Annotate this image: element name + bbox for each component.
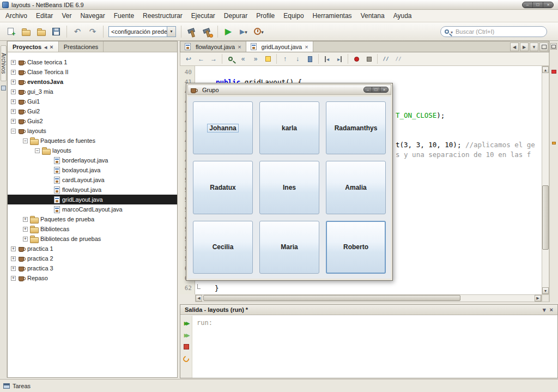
expand-icon[interactable]: [11, 246, 16, 251]
grid-button-radamanthys[interactable]: Radamanthys: [326, 101, 386, 154]
run-button[interactable]: [221, 25, 235, 39]
tasks-label[interactable]: Tareas: [13, 383, 31, 389]
search-input[interactable]: [454, 28, 543, 35]
tree-item-layouts-package[interactable]: layouts: [8, 146, 177, 155]
tree-item-paquetes-de-prueba[interactable]: Paquetes de prueba: [8, 214, 177, 224]
save-all-button[interactable]: [49, 25, 63, 39]
tree-item-practica-1[interactable]: practica 1: [8, 244, 177, 254]
debug-button[interactable]: [236, 25, 251, 39]
horizontal-scrollbar[interactable]: ◀ ▶: [195, 294, 542, 302]
chevron-down-icon[interactable]: [245, 28, 247, 35]
grid-button-ines[interactable]: Ines: [259, 161, 319, 214]
scroll-down-icon[interactable]: ▼: [542, 287, 549, 294]
grid-button-roberto[interactable]: Roberto: [326, 221, 386, 274]
redo-button[interactable]: [86, 25, 100, 39]
close-icon[interactable]: [380, 87, 388, 92]
menu-item-editar[interactable]: Editar: [32, 10, 57, 21]
horizontal-scrollbar-thumb[interactable]: [203, 295, 460, 301]
expand-icon[interactable]: [11, 109, 16, 114]
tree-item-guis2[interactable]: Guis2: [8, 116, 177, 126]
grid-button-amalia[interactable]: Amalia: [326, 161, 386, 214]
close-icon[interactable]: [238, 44, 241, 50]
tree-item-eventosjava[interactable]: eventosJava: [8, 77, 177, 87]
error-mark[interactable]: [551, 70, 556, 74]
menu-item-equipo[interactable]: Equipo: [279, 10, 308, 21]
tree-item-clase-teorica-1[interactable]: Clase teorica 1: [8, 57, 177, 67]
collapse-icon[interactable]: [35, 148, 40, 153]
menu-item-fuente[interactable]: Fuente: [110, 10, 138, 21]
tree-item-gui1[interactable]: Gui1: [8, 97, 177, 106]
expand-icon[interactable]: [23, 217, 28, 222]
title-bar[interactable]: layouts - NetBeans IDE 6.9: [0, 0, 558, 10]
shift-right-button[interactable]: ▸: [333, 53, 345, 64]
collapse-icon[interactable]: [11, 129, 16, 134]
tree-item-repaso[interactable]: Repaso: [8, 273, 177, 283]
close-icon[interactable]: [305, 44, 308, 50]
tree-item-flowlayout-java[interactable]: flowlayout.java: [8, 185, 177, 195]
scroll-up-icon[interactable]: ▲: [542, 67, 549, 73]
config-combobox[interactable]: <configuración prede...: [108, 26, 176, 37]
expand-icon[interactable]: [11, 60, 16, 65]
tab-prestaciones[interactable]: Prestaciones: [59, 41, 104, 52]
stop-macro-button[interactable]: [363, 53, 375, 64]
tree-item-practica-2[interactable]: practica 2: [8, 254, 177, 263]
grid-button-karla[interactable]: karla: [259, 101, 319, 154]
expand-icon[interactable]: [11, 99, 16, 104]
toggle-highlight-button[interactable]: [262, 53, 274, 64]
close-icon[interactable]: [550, 306, 553, 313]
tree-item-cardlayout-java[interactable]: cardLayout.java: [8, 175, 177, 185]
menu-item-ver[interactable]: Ver: [57, 10, 76, 21]
minimize-icon[interactable]: [364, 87, 372, 92]
tree-item-layouts-project[interactable]: layouts: [8, 126, 177, 136]
scroll-right-icon[interactable]: ▶: [535, 295, 541, 301]
tab-gridlayout-java[interactable]: gridLayout.java: [246, 41, 313, 52]
tree-item-boxlayout-java[interactable]: boxlayout.java: [8, 165, 177, 175]
shift-left-button[interactable]: ◂: [321, 53, 333, 64]
grid-button-radatux[interactable]: Radatux: [193, 161, 253, 214]
expand-icon[interactable]: [11, 119, 16, 124]
menu-item-archivo[interactable]: Archivo: [1, 10, 32, 21]
rerun-with-args-button[interactable]: [181, 330, 191, 340]
maximize-editor-icon[interactable]: [539, 43, 548, 51]
menu-item-ayuda[interactable]: Ayuda: [389, 10, 416, 21]
tab-proyectos[interactable]: Proyectos: [8, 41, 59, 52]
next-bookmark-button[interactable]: ↓: [292, 53, 304, 64]
menu-item-reestructurar[interactable]: Reestructurar: [138, 10, 187, 21]
tab-scroll-right-icon[interactable]: [520, 43, 529, 51]
previous-bookmark-button[interactable]: ↑: [279, 53, 291, 64]
new-file-button[interactable]: [3, 25, 17, 39]
tree-item-paquetes-de-fuentes[interactable]: Paquetes de fuentes: [8, 136, 177, 146]
files-vertical-tab[interactable]: Archivos: [1, 45, 7, 81]
toggle-bookmark-button[interactable]: [304, 53, 316, 64]
tree-item-marcocardlayout-java[interactable]: marcoCardLayout.java: [8, 204, 177, 214]
vertical-scrollbar[interactable]: ▲ ▼: [542, 66, 549, 294]
close-icon[interactable]: [50, 44, 53, 50]
next-occurrence-button[interactable]: »: [250, 53, 262, 64]
find-selection-button[interactable]: [225, 53, 236, 64]
grid-button-johanna[interactable]: Johanna: [193, 101, 253, 154]
chevron-down-icon[interactable]: [261, 28, 264, 35]
expand-icon[interactable]: [11, 276, 16, 281]
tree-item-gui2[interactable]: Gui2: [8, 106, 177, 116]
expand-icon[interactable]: [11, 80, 16, 85]
search-box[interactable]: [440, 26, 547, 37]
menu-item-ejecutar[interactable]: Ejecutar: [187, 10, 220, 21]
output-header[interactable]: Salida - layouts (run) *: [180, 305, 557, 315]
previous-occurrence-button[interactable]: «: [237, 53, 249, 64]
vertical-scrollbar-thumb[interactable]: [542, 185, 549, 250]
docked-window-icon[interactable]: [1, 86, 6, 91]
menu-item-navegar[interactable]: Navegar: [76, 10, 109, 21]
warning-mark[interactable]: [552, 142, 556, 144]
tab-list-icon[interactable]: [530, 43, 538, 51]
expand-icon[interactable]: [23, 227, 28, 232]
expand-icon[interactable]: [11, 89, 16, 94]
menu-item-depurar[interactable]: Depurar: [220, 10, 252, 21]
open-project-button[interactable]: [34, 25, 48, 39]
maximize-icon[interactable]: [372, 87, 380, 92]
tree-item-bibliotecas[interactable]: Bibliotecas: [8, 224, 177, 234]
profile-button[interactable]: [252, 25, 266, 39]
chevron-down-icon[interactable]: [451, 28, 453, 35]
menu-item-herramientas[interactable]: Herramientas: [308, 10, 356, 21]
menu-item-profile[interactable]: Profile: [252, 10, 279, 21]
back-button[interactable]: ←: [195, 53, 207, 64]
